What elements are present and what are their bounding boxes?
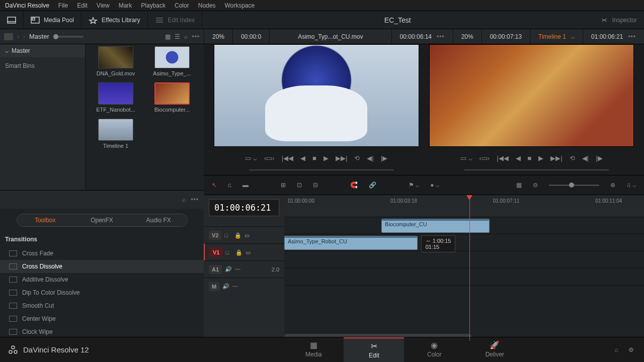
menu-davinciresolve[interactable]: DaVinci Resolve bbox=[5, 2, 49, 9]
clip-thumb[interactable]: Timeline 1 bbox=[91, 119, 141, 149]
snap-icon[interactable]: 🧲 bbox=[350, 182, 358, 189]
replace-icon[interactable]: ⊟ bbox=[313, 182, 318, 189]
timeline-clip[interactable]: Asimo_Type_Robot_CU bbox=[284, 236, 418, 250]
source-viewer[interactable] bbox=[214, 44, 419, 147]
overwrite-icon[interactable]: ⊡ bbox=[297, 182, 302, 189]
src-match-icon[interactable]: ‹▭› bbox=[264, 154, 275, 162]
link-icon[interactable]: 🔗 bbox=[369, 182, 376, 189]
mute-icon[interactable]: 🔊 bbox=[225, 266, 232, 273]
timeline-timecode[interactable]: 01:00:06:21 bbox=[209, 199, 279, 216]
nav-next-icon[interactable]: › bbox=[23, 33, 25, 40]
transition-item[interactable]: Smooth Cut bbox=[0, 299, 204, 312]
track-ctl-icon[interactable]: □ bbox=[224, 232, 231, 238]
menu-color[interactable]: Color bbox=[175, 2, 189, 9]
clip-thumb[interactable]: DNA_Gold.mov bbox=[91, 46, 141, 76]
track-row[interactable]: Asimo_Type_Robot_CU bbox=[284, 234, 644, 251]
inspector-btn[interactable]: Inspector bbox=[593, 17, 644, 24]
tl-out-icon[interactable]: |▶ bbox=[596, 154, 602, 162]
timeline-name[interactable]: Timeline 1 bbox=[538, 33, 566, 40]
timeline-viewer[interactable] bbox=[429, 44, 634, 147]
track-row[interactable] bbox=[284, 251, 644, 268]
fx-tab-openfx[interactable]: OpenFX bbox=[73, 214, 130, 226]
edit-index-btn[interactable]: Edit Index bbox=[148, 11, 202, 29]
flag-icon[interactable]: ⚑ ⌵ bbox=[409, 182, 419, 189]
mute-icon[interactable]: 🔊 bbox=[222, 283, 229, 290]
clip-thumb[interactable]: ETF_Nanobot... bbox=[91, 82, 141, 113]
playhead[interactable] bbox=[469, 195, 470, 341]
page-edit[interactable]: ✂Edit bbox=[344, 337, 404, 362]
nav-prev-icon[interactable]: ‹ bbox=[17, 33, 19, 40]
tl-loop-icon[interactable]: ⟲ bbox=[570, 154, 575, 162]
track-ctl-icon[interactable]: ▭ bbox=[245, 232, 252, 238]
track-header-A1[interactable]: A1🔊〰2.0 bbox=[204, 260, 284, 278]
transition-item[interactable]: Cross Dissolve bbox=[0, 260, 204, 273]
track-ctl-icon[interactable]: 🔒 bbox=[235, 249, 243, 255]
track-ctl-icon[interactable]: 🔒 bbox=[234, 232, 242, 238]
zoom-slider[interactable] bbox=[549, 185, 599, 186]
src-loop-icon[interactable]: ⟲ bbox=[354, 154, 360, 162]
transition-item[interactable]: Center Wipe bbox=[0, 312, 204, 325]
effects-library-btn[interactable]: Effects Library bbox=[82, 11, 147, 29]
smart-bins[interactable]: Smart Bins bbox=[0, 57, 85, 74]
search-icon[interactable]: ⌕ bbox=[184, 33, 188, 40]
insert-icon[interactable]: ⊞ bbox=[281, 182, 286, 189]
menu-nodes[interactable]: Nodes bbox=[198, 2, 216, 9]
track-ctl-icon[interactable]: □ bbox=[225, 249, 232, 255]
home-icon[interactable]: ⌂ bbox=[615, 346, 618, 353]
track-ctl-icon[interactable]: ▭ bbox=[246, 249, 253, 255]
thumb-size-slider[interactable] bbox=[53, 36, 84, 38]
tl-match-icon[interactable]: ‹▭› bbox=[479, 154, 490, 162]
tl-first-icon[interactable]: |◀◀ bbox=[497, 154, 508, 162]
list-view-icon[interactable]: ☰ bbox=[175, 33, 180, 40]
media-pool-btn[interactable]: Media Pool bbox=[24, 11, 82, 29]
audio-icon[interactable]: ♫ ⌵ bbox=[626, 182, 636, 189]
src-out-icon[interactable]: |▶ bbox=[381, 154, 387, 162]
menu-workspace[interactable]: Workspace bbox=[224, 2, 255, 9]
src-in-icon[interactable]: ◀| bbox=[367, 154, 373, 162]
clip-thumb[interactable]: Biocomputer... bbox=[147, 82, 197, 113]
page-media[interactable]: ▦Media bbox=[283, 337, 344, 362]
clip-thumb[interactable]: Asimo_Type_... bbox=[147, 46, 197, 76]
master-bin[interactable]: ⌵Master bbox=[0, 44, 85, 57]
track-header-V2[interactable]: V2□🔒▭ bbox=[204, 226, 284, 243]
grid-view-icon[interactable]: ▦ bbox=[165, 33, 171, 40]
src-mode-icon[interactable]: ▭ ⌵ bbox=[245, 154, 257, 162]
page-deliver[interactable]: 🚀Deliver bbox=[464, 337, 525, 362]
menu-edit[interactable]: Edit bbox=[77, 2, 88, 9]
tl-more-icon[interactable]: ••• bbox=[628, 33, 636, 40]
layout-btn[interactable] bbox=[0, 11, 24, 29]
src-zoom[interactable]: 20% bbox=[212, 33, 224, 40]
fx-search-icon[interactable]: ⌕ bbox=[182, 196, 186, 203]
menu-file[interactable]: File bbox=[58, 2, 68, 9]
trim-tool-icon[interactable]: ⎌ bbox=[228, 182, 231, 189]
selection-tool-icon[interactable]: ↖ bbox=[212, 182, 217, 189]
tl-stop-icon[interactable]: ■ bbox=[528, 154, 532, 162]
zoom-in-icon[interactable]: ⊕ bbox=[610, 182, 615, 189]
track-row[interactable] bbox=[284, 268, 644, 286]
src-stop-icon[interactable]: ■ bbox=[312, 154, 316, 162]
view-mode-icon[interactable] bbox=[4, 33, 13, 40]
src-clip-name[interactable]: Asimo_Typ...ot_CU.mov bbox=[298, 33, 363, 40]
tl-mode-icon[interactable]: ▭ ⌵ bbox=[460, 154, 472, 162]
fx-tab-audiofx[interactable]: Audio FX bbox=[130, 214, 187, 226]
tl-play-icon[interactable]: ▶ bbox=[538, 154, 543, 162]
track-header-V1[interactable]: V1□🔒▭ bbox=[204, 243, 284, 260]
src-first-icon[interactable]: |◀◀ bbox=[282, 154, 293, 162]
marker-icon[interactable]: ● ⌵ bbox=[430, 182, 439, 189]
track-row[interactable]: Biocomputer_CU bbox=[284, 217, 644, 234]
menu-playback[interactable]: Playback bbox=[141, 2, 166, 9]
track-header-M[interactable]: M🔊〰 bbox=[204, 278, 284, 295]
transition-item[interactable]: Additive Dissolve bbox=[0, 273, 204, 286]
tl-next-icon[interactable]: ▶▶| bbox=[550, 154, 562, 162]
zoom-out-icon[interactable]: ⊖ bbox=[533, 182, 538, 189]
src-play-icon[interactable]: ▶ bbox=[324, 154, 329, 162]
more-icon[interactable]: ••• bbox=[192, 33, 200, 40]
src-prev-icon[interactable]: ◀ bbox=[300, 154, 305, 162]
menu-view[interactable]: View bbox=[97, 2, 110, 9]
settings-icon[interactable]: ⚙ bbox=[628, 346, 634, 353]
src-next-icon[interactable]: ▶▶| bbox=[336, 154, 347, 162]
fx-tab-toolbox[interactable]: Toolbox bbox=[17, 214, 74, 226]
page-color[interactable]: ◉Color bbox=[404, 337, 464, 362]
fx-more-icon[interactable]: ••• bbox=[191, 196, 199, 203]
transition-item[interactable]: Cross Fade bbox=[0, 247, 204, 260]
